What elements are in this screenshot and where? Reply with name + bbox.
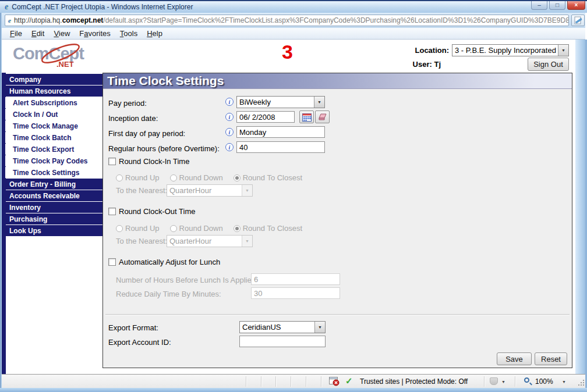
sidebar-item-time-clock-manage[interactable]: Time Clock Manage <box>5 120 102 131</box>
location-select[interactable]: 3 - P.B.E. Supply Incorporated ▼ <box>452 44 569 56</box>
sidebar-item-inventory[interactable]: Inventory <box>5 202 102 213</box>
status-divider <box>291 376 291 387</box>
calendar-icon <box>302 113 312 122</box>
menu-view[interactable]: View <box>54 29 70 38</box>
regular-hours-input[interactable] <box>236 141 325 153</box>
sidebar-item-clock-in-out[interactable]: Clock In / Out <box>5 109 102 120</box>
calendar-button[interactable] <box>299 111 314 123</box>
blocked-content-icon <box>329 377 340 386</box>
maximize-button[interactable]: □ <box>549 1 565 10</box>
menu-help[interactable]: Help <box>147 29 162 38</box>
minimize-button[interactable]: – <box>531 1 547 10</box>
sidebar-item-time-clock-batch[interactable]: Time Clock Batch <box>5 132 102 143</box>
lunch-adjust-label: Automatically Adjust for Lunch <box>119 258 220 266</box>
pay-period-label: Pay period: <box>108 99 147 108</box>
sidebar-item-accounts-receivable[interactable]: Accounts Receivable <box>5 190 102 201</box>
location-label: Location: <box>409 46 449 55</box>
info-icon[interactable]: i <box>225 128 234 136</box>
sidebar-item-order-entry-billing[interactable]: Order Entry - Billing <box>5 179 102 190</box>
info-icon[interactable]: i <box>225 98 234 106</box>
chevron-down-icon[interactable]: ▼ <box>562 380 566 384</box>
reset-button[interactable]: Reset <box>535 352 567 365</box>
status-divider <box>275 376 276 387</box>
magnifier-icon[interactable] <box>524 377 529 383</box>
safety-shield-icon[interactable] <box>490 377 498 385</box>
sidebar-item-time-clock-pay-codes[interactable]: Time Clock Pay Codes <box>5 155 102 166</box>
page-go-button[interactable] <box>571 15 585 26</box>
round-clock-out-checkbox[interactable] <box>108 208 116 215</box>
address-bar: e http://utopia.hq.comcept.net/default.a… <box>2 13 585 28</box>
nearest-select: QuarterHour ▼ <box>167 184 253 197</box>
lunch-hours-input <box>251 273 340 285</box>
menu-bar: File Edit View Favorites Tools Help <box>2 28 585 40</box>
status-divider <box>484 376 485 387</box>
first-day-label: First day of pay period: <box>108 129 185 138</box>
chevron-down-icon: ▼ <box>314 97 324 108</box>
close-button[interactable]: × <box>567 1 585 10</box>
sidebar-item-look-ups[interactable]: Look Ups <box>5 225 102 236</box>
chevron-down-icon: ▼ <box>242 236 252 247</box>
status-divider <box>306 376 306 387</box>
menu-favorites[interactable]: Favorites <box>79 29 110 38</box>
lunch-adjust-row: Automatically Adjust for Lunch <box>108 258 220 266</box>
export-format-label: Export Format: <box>108 323 158 332</box>
sidebar-item-company[interactable]: Company <box>5 74 102 85</box>
info-icon[interactable]: i <box>225 143 234 151</box>
status-divider <box>246 376 246 387</box>
status-divider <box>515 376 515 387</box>
logo-net-label: .NET <box>56 60 74 69</box>
clear-date-button[interactable] <box>315 111 330 123</box>
lunch-adjust-checkbox[interactable] <box>108 258 116 266</box>
security-zone-text: Trusted sites | Protected Mode: Off <box>360 377 468 386</box>
info-icon[interactable]: i <box>225 113 234 121</box>
export-format-select[interactable]: CeridianUS ▼ <box>239 321 326 333</box>
menu-tools[interactable]: Tools <box>120 29 137 38</box>
inception-date-input[interactable] <box>236 111 295 123</box>
round-clock-out-row: Round Clock-Out Time <box>108 207 196 216</box>
status-divider <box>261 376 261 387</box>
regular-hours-label: Regular hours (before Overtime): <box>108 144 220 153</box>
page-favicon-icon: e <box>8 17 11 24</box>
chevron-down-icon[interactable]: ▼ <box>501 380 505 384</box>
chevron-down-icon: ▼ <box>558 45 568 56</box>
round-clock-out-label: Round Clock-Out Time <box>119 207 196 216</box>
lunch-minutes-label: Reduce Daily Time By Minutes: <box>116 290 221 298</box>
window-frame-bottom <box>0 388 587 392</box>
round-down-radio <box>170 225 177 232</box>
user-value: Tj <box>434 60 441 69</box>
window-title: ComCept .NET Project Utopia - Windows In… <box>12 3 193 11</box>
sidebar-item-purchasing[interactable]: Purchasing <box>5 213 102 224</box>
lunch-minutes-input <box>251 287 340 299</box>
export-account-input[interactable] <box>239 336 326 347</box>
round-clock-in-checkbox[interactable] <box>108 158 116 165</box>
round-up-radio <box>116 174 123 181</box>
sidebar-item-time-clock-settings[interactable]: Time Clock Settings <box>5 167 102 178</box>
zoom-level[interactable]: 100% <box>535 377 553 386</box>
nearest-label: To the Nearest: <box>116 237 167 245</box>
round-up-radio <box>116 225 123 232</box>
resize-grip[interactable] <box>578 380 585 387</box>
security-check-icon: ✓ <box>345 376 353 386</box>
first-day-input[interactable] <box>236 126 325 138</box>
export-format-value: CeridianUS <box>240 322 314 333</box>
sidebar-nav: Company Human Resources Alert Subscripti… <box>2 73 102 374</box>
save-button[interactable]: Save <box>497 352 532 365</box>
menu-edit[interactable]: Edit <box>31 29 44 38</box>
nearest-select: QuarterHour ▼ <box>167 235 253 247</box>
pay-period-select[interactable]: BiWeekly ▼ <box>236 96 325 108</box>
round-down-radio <box>170 174 177 181</box>
user-label: User: Tj <box>373 60 441 69</box>
sidebar-item-human-resources[interactable]: Human Resources <box>5 85 102 97</box>
url-input[interactable]: e http://utopia.hq.comcept.net/default.a… <box>5 15 569 26</box>
round-clock-in-row: Round Clock-In Time <box>108 157 189 166</box>
round-clock-in-label: Round Clock-In Time <box>119 157 189 166</box>
page-title-banner: Time Clock Settings <box>103 73 572 89</box>
chevron-down-icon: ▼ <box>242 185 252 196</box>
menu-file[interactable]: File <box>10 29 22 38</box>
inception-date-label: Inception date: <box>108 114 158 123</box>
sidebar-item-alert-subscriptions[interactable]: Alert Subscriptions <box>5 97 102 108</box>
status-divider <box>321 376 321 387</box>
sign-out-button[interactable]: Sign Out <box>528 58 569 71</box>
sidebar-item-time-clock-export[interactable]: Time Clock Export <box>5 144 102 155</box>
pay-period-value: BiWeekly <box>237 97 314 108</box>
